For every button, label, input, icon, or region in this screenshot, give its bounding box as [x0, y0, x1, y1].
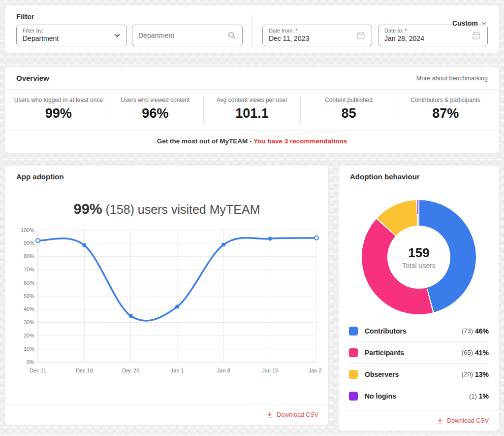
stat-card: Users who viewed content96% [107, 96, 204, 124]
legend-label: Contributors [365, 327, 462, 335]
date-from-field[interactable]: Date from: * Dec 11, 2023 [262, 25, 372, 46]
donut-chart: 159 Total users [339, 188, 499, 319]
stat-value: 96% [110, 106, 201, 121]
total-users-label: Total users [402, 262, 436, 269]
date-to-value: Jan 28, 2024 [384, 34, 424, 43]
stat-card: Avg content views per user101.1 [204, 96, 301, 124]
svg-text:60%: 60% [24, 280, 34, 286]
legend-swatch-icon [349, 348, 358, 357]
stat-label: Contributors & participants [400, 97, 491, 103]
legend-percent: 41% [475, 349, 489, 357]
stat-card: Users who logged in at least once99% [10, 96, 107, 124]
download-csv-button[interactable]: Download CSV [266, 411, 318, 418]
legend-row: Participants(65)41% [349, 342, 489, 364]
legend-percent: 1% [479, 392, 489, 400]
legend-swatch-icon [349, 370, 358, 379]
svg-text:80%: 80% [24, 253, 34, 259]
stat-label: Users who logged in at least once [13, 97, 104, 103]
svg-text:0%: 0% [27, 359, 34, 365]
stat-card: Contributors & participants87% [397, 96, 494, 124]
legend-percent: 46% [475, 327, 489, 335]
line-chart: 0%10%20%30%40%50%60%70%80%90%100%Dec 11D… [5, 219, 328, 379]
charts-row: App adoption 99% (158) users visited MyT… [5, 165, 499, 431]
donut-center: 159 Total users [387, 226, 450, 289]
svg-text:Jan 8: Jan 8 [217, 368, 230, 373]
app-adoption-header: App adoption [5, 166, 328, 188]
svg-text:100%: 100% [21, 227, 34, 233]
filter-title: Filter [16, 12, 488, 21]
department-search-input[interactable] [138, 32, 222, 39]
svg-text:70%: 70% [24, 267, 34, 272]
svg-text:30%: 30% [24, 319, 34, 325]
legend-percent: 13% [475, 370, 489, 378]
svg-text:Dec 25: Dec 25 [122, 368, 139, 373]
recommendation-prefix: Get the most out of MyTEAM - [157, 137, 253, 145]
filter-by-label: Filter by: [23, 28, 59, 34]
legend-label: Observers [365, 370, 462, 378]
filter-by-select[interactable]: Filter by: Department [16, 25, 127, 46]
download-csv-label: Download CSV [277, 411, 318, 418]
app-adoption-panel: App adoption 99% (158) users visited MyT… [5, 165, 329, 425]
app-adoption-title: App adoption [16, 172, 64, 181]
legend-row: Observers(20)13% [349, 364, 489, 385]
stat-label: Users who viewed content [110, 97, 201, 103]
legend-label: No logins [365, 392, 469, 400]
stat-card: Content published85 [301, 96, 398, 124]
svg-text:Jan 22: Jan 22 [308, 368, 322, 373]
stat-value: 85 [304, 106, 394, 121]
date-to-field[interactable]: Date to: * Jan 28, 2024 [378, 25, 488, 46]
svg-text:40%: 40% [24, 306, 34, 312]
overview-title: Overview [16, 74, 49, 82]
svg-text:50%: 50% [24, 293, 34, 299]
date-range-preset-label: Custom [452, 19, 478, 27]
stat-value: 101.1 [207, 106, 297, 121]
legend-count: (20) [462, 370, 473, 378]
recommendation-banner: Get the most out of MyTEAM - You have 3 … [5, 130, 499, 153]
headline-text: (158) users visited MyTEAM [102, 202, 260, 216]
legend-row: No logins(1)1% [349, 385, 489, 407]
filter-controls-row: Filter by: Department Date from: * Dec 1… [16, 25, 488, 46]
total-users-value: 159 [408, 245, 429, 261]
date-to-label: Date to: * [384, 28, 424, 34]
overview-header: Overview More about benchmarking [5, 67, 499, 90]
chevron-down-icon [114, 32, 121, 39]
date-from-label: Date from: * [269, 28, 309, 34]
svg-text:Dec 18: Dec 18 [76, 368, 93, 373]
dashboard-page: Filter Custom Filter by: Department [0, 0, 504, 436]
adoption-behaviour-footer: Download CSV [339, 410, 499, 431]
svg-text:Jan 15: Jan 15 [262, 368, 278, 373]
download-icon [266, 411, 273, 418]
download-csv-label: Download CSV [447, 417, 489, 424]
overview-panel: Overview More about benchmarking Users w… [5, 67, 499, 153]
line-chart-svg: 0%10%20%30%40%50%60%70%80%90%100%Dec 11D… [12, 223, 322, 377]
stat-label: Avg content views per user [207, 97, 297, 103]
svg-text:10%: 10% [24, 346, 34, 352]
calendar-icon [356, 31, 366, 40]
svg-text:Jan 1: Jan 1 [171, 368, 184, 373]
more-about-benchmarking-link[interactable]: More about benchmarking [416, 75, 488, 82]
legend-swatch-icon [349, 327, 358, 335]
stat-value: 87% [400, 106, 491, 121]
stat-label: Content published [304, 97, 394, 103]
adoption-behaviour-title: Adoption behaviour [350, 172, 420, 181]
chevron-down-icon [481, 20, 487, 26]
recommendations-link[interactable]: You have 3 recommendations [253, 137, 347, 145]
legend-swatch-icon [349, 392, 358, 401]
legend-count: (65) [462, 349, 473, 356]
legend-count: (1) [469, 393, 477, 400]
department-search-box [132, 25, 243, 46]
filter-divider [252, 14, 253, 47]
download-csv-button[interactable]: Download CSV [437, 417, 489, 424]
legend-count: (73) [462, 327, 473, 335]
svg-text:Dec 11: Dec 11 [30, 368, 46, 373]
svg-text:20%: 20% [24, 333, 34, 338]
filter-panel: Filter Custom Filter by: Department [5, 5, 499, 53]
stat-value: 99% [13, 106, 104, 121]
svg-text:90%: 90% [24, 240, 34, 246]
date-range-preset-toggle[interactable]: Custom [452, 19, 487, 27]
donut-legend: Contributors(73)46%Participants(65)41%Ob… [339, 319, 499, 410]
app-adoption-footer: Download CSV [5, 404, 328, 425]
adoption-behaviour-panel: Adoption behaviour 159 Total users Contr… [339, 165, 499, 431]
legend-label: Participants [365, 349, 462, 357]
adoption-behaviour-header: Adoption behaviour [339, 166, 499, 188]
